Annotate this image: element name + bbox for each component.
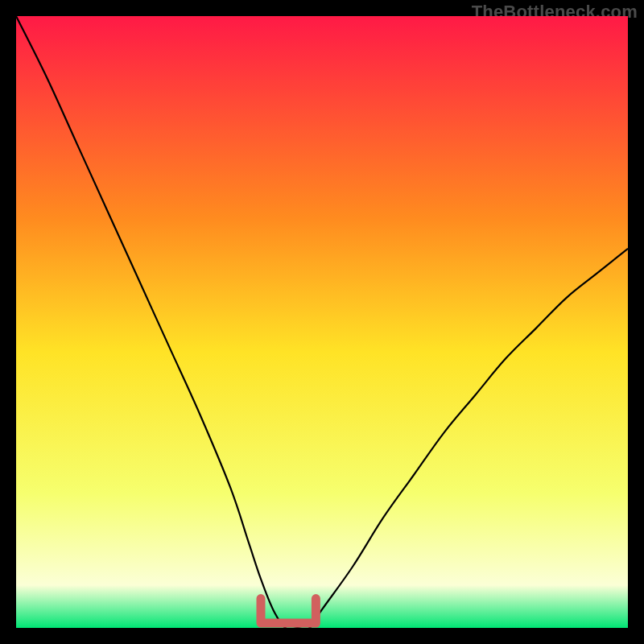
chart-frame: TheBottleneck.com (0, 0, 644, 644)
plot-area (16, 16, 628, 628)
gradient-background (16, 16, 628, 628)
bottleneck-chart (16, 16, 628, 628)
